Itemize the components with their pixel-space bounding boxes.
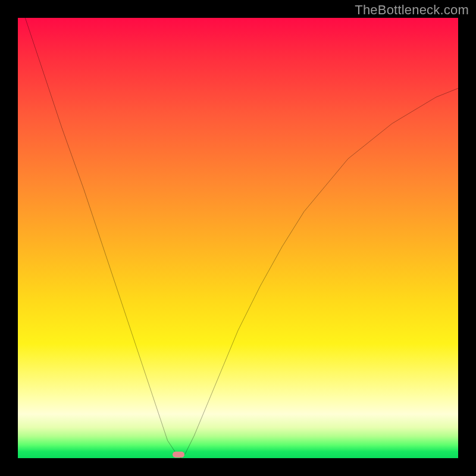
plot-area	[18, 18, 458, 458]
optimum-marker	[173, 452, 184, 458]
bottleneck-curve	[18, 18, 458, 458]
watermark-text: TheBottleneck.com	[355, 2, 469, 18]
chart-container: TheBottleneck.com	[0, 0, 476, 476]
